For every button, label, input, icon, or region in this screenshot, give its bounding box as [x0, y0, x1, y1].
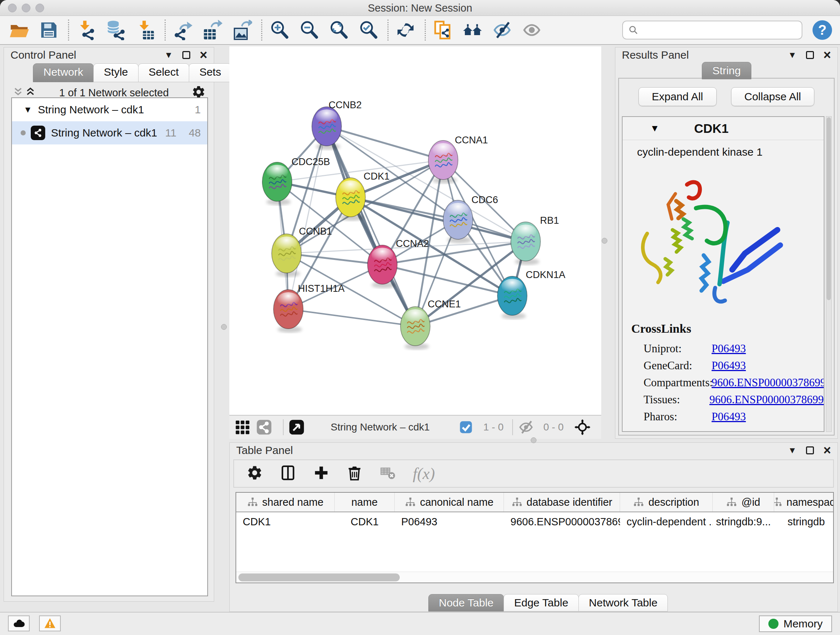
- crosslink-link[interactable]: P06493: [712, 357, 746, 374]
- tab-string[interactable]: String: [702, 62, 751, 79]
- column-header-database-identifier[interactable]: database identifier: [504, 493, 620, 511]
- network-row[interactable]: String Network – cdk1 11 48: [12, 121, 207, 144]
- delete-column-icon[interactable]: [346, 464, 363, 483]
- node-result-header[interactable]: ▼ CDK1: [622, 117, 824, 140]
- column-header-canonical-name[interactable]: canonical name: [395, 493, 504, 511]
- search-input[interactable]: [643, 22, 802, 38]
- network-node-CDC25B[interactable]: [262, 162, 292, 205]
- results-scrollbar[interactable]: [826, 116, 832, 432]
- show-all-button[interactable]: [521, 19, 543, 41]
- collection-expand-icon[interactable]: ▼: [24, 105, 32, 115]
- results-scrollbar-thumb[interactable]: [827, 117, 831, 300]
- network-edge-CCNB2-CCNA1[interactable]: [327, 126, 443, 160]
- table-scrollbar-thumb[interactable]: [238, 573, 400, 581]
- network-node-CDC6[interactable]: [443, 200, 473, 243]
- fit-content-crosshair-icon[interactable]: [575, 419, 591, 435]
- float-panel-icon[interactable]: ▼: [164, 50, 173, 60]
- crosslink-link[interactable]: 9606.ENSP00000378699: [709, 391, 824, 408]
- column-header-name[interactable]: name: [335, 493, 395, 511]
- left-splitter-handle[interactable]: [221, 324, 227, 330]
- crosslink-link[interactable]: 9606.ENSP00000378699: [712, 374, 824, 391]
- export-table-button[interactable]: [201, 19, 224, 41]
- tab-edge-table[interactable]: Edge Table: [504, 594, 579, 611]
- tab-sets[interactable]: Sets: [189, 63, 232, 82]
- tab-network[interactable]: Network: [33, 63, 94, 82]
- string-view-icon[interactable]: [256, 419, 272, 435]
- export-network-button[interactable]: [172, 19, 194, 41]
- network-node-CDKN1A[interactable]: [497, 276, 527, 319]
- cell-canonical-name[interactable]: P06493: [395, 512, 504, 531]
- maximize-panel-icon[interactable]: [182, 51, 190, 59]
- network-node-HIST1H1A[interactable]: [273, 290, 303, 333]
- network-node-CCNB2[interactable]: [312, 107, 341, 150]
- network-node-CCNE1[interactable]: [401, 307, 430, 350]
- first-neighbors-button[interactable]: [461, 19, 484, 41]
- entry-expand-icon[interactable]: ▼: [650, 123, 660, 134]
- network-edge-HIST1H1A-CCNE1[interactable]: [288, 309, 415, 326]
- column-header-shared-name[interactable]: shared name: [236, 493, 335, 511]
- column-header-description[interactable]: description: [620, 493, 713, 511]
- zoom-in-button[interactable]: [268, 19, 291, 41]
- network-graph[interactable]: CCNB2CCNA1CDC25BCDK1CDC6RB1CCNB1CCNA2CDK…: [229, 46, 601, 415]
- network-edge-CDK1-RB1[interactable]: [351, 197, 526, 241]
- memory-button[interactable]: Memory: [759, 616, 832, 632]
- refresh-view-button[interactable]: [394, 19, 417, 41]
- bottom-splitter-handle[interactable]: [531, 437, 537, 443]
- zoom-selected-icon: [358, 20, 378, 40]
- cloud-status-button[interactable]: [8, 616, 30, 631]
- cell-name[interactable]: CDK1: [335, 512, 395, 531]
- network-collection-row[interactable]: ▼ String Network – cdk1 1: [12, 98, 207, 121]
- right-splitter-handle[interactable]: [602, 238, 607, 244]
- table-horizontal-scrollbar[interactable]: [236, 572, 833, 583]
- import-network-from-database-button[interactable]: [104, 19, 127, 41]
- hide-selection-button[interactable]: [491, 19, 513, 41]
- cell-namespace[interactable]: stringdb: [774, 512, 834, 531]
- export-image-button[interactable]: [231, 19, 253, 41]
- save-session-button[interactable]: [38, 19, 60, 41]
- import-table-from-file-button[interactable]: [134, 19, 156, 41]
- network-edge-CCNB2-CCNE1[interactable]: [327, 126, 415, 326]
- network-canvas[interactable]: CCNB2CCNA1CDC25BCDK1CDC6RB1CCNB1CCNA2CDK…: [229, 46, 601, 415]
- column-header-namespace[interactable]: namespace: [774, 493, 834, 511]
- float-panel-icon[interactable]: ▼: [788, 50, 797, 60]
- table-options-gear-icon[interactable]: [246, 464, 263, 483]
- network-node-RB1[interactable]: [511, 222, 540, 265]
- maximize-panel-icon[interactable]: [806, 447, 814, 454]
- cell-@id[interactable]: stringdb:9...: [713, 512, 774, 531]
- collapse-all-button[interactable]: Collapse All: [731, 87, 815, 106]
- cell-database-identifier[interactable]: 9606.ENSP00000378699: [504, 512, 620, 531]
- cell-description[interactable]: cyclin-dependent ...: [620, 512, 713, 531]
- table-row[interactable]: CDK1CDK1P064939606.ENSP00000378699cyclin…: [236, 512, 833, 531]
- delete-table-icon[interactable]: [379, 464, 396, 483]
- zoom-selected-button[interactable]: [357, 19, 379, 41]
- node-table[interactable]: shared namenamecanonical namedatabase id…: [235, 492, 834, 583]
- expand-all-button[interactable]: Expand All: [638, 87, 717, 106]
- crosslink-link[interactable]: P06493: [712, 408, 746, 425]
- add-column-icon[interactable]: [313, 464, 330, 483]
- tab-node-table[interactable]: Node Table: [428, 594, 504, 611]
- tab-network-table[interactable]: Network Table: [578, 594, 668, 611]
- tab-style[interactable]: Style: [93, 63, 139, 82]
- cell-shared-name[interactable]: CDK1: [236, 512, 335, 531]
- show-columns-icon[interactable]: [279, 464, 296, 483]
- warnings-button[interactable]: [39, 616, 61, 631]
- float-panel-icon[interactable]: ▼: [788, 445, 797, 455]
- maximize-panel-icon[interactable]: [806, 51, 814, 59]
- tab-select[interactable]: Select: [138, 63, 189, 82]
- function-builder-icon[interactable]: f(x): [413, 464, 435, 483]
- help-button[interactable]: ?: [813, 20, 832, 40]
- new-network-from-selection-button[interactable]: [431, 19, 454, 41]
- zoom-fit-button[interactable]: [327, 19, 350, 41]
- close-panel-icon[interactable]: ×: [200, 51, 207, 59]
- birdseye-view-icon[interactable]: [289, 419, 305, 435]
- column-header-@id[interactable]: @id: [713, 493, 774, 511]
- crosslink-link[interactable]: P06493: [712, 340, 746, 357]
- network-edge-CCNB2-HIST1H1A[interactable]: [288, 126, 327, 309]
- show-grid-icon[interactable]: [234, 419, 250, 435]
- close-panel-icon[interactable]: ×: [823, 447, 831, 454]
- open-session-button[interactable]: [8, 19, 30, 41]
- close-panel-icon[interactable]: ×: [823, 51, 831, 59]
- import-network-from-file-button[interactable]: [75, 19, 97, 41]
- zoom-out-button[interactable]: [298, 19, 320, 41]
- hidden-nodes-edges-count: 0 - 0: [543, 421, 564, 433]
